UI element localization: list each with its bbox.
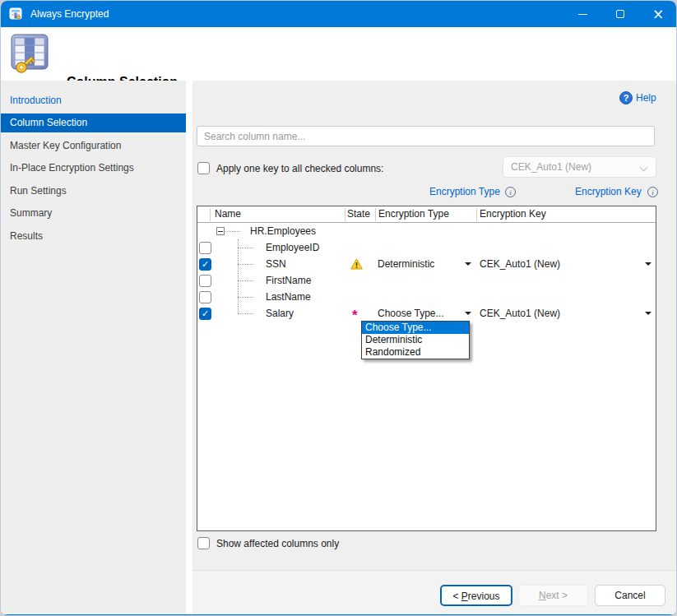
encryption-type-info-icon[interactable]: i — [505, 187, 516, 197]
row-name-employeeid: EmployeeID — [266, 239, 319, 256]
columns-table: Name State Encryption Type Encryption Ke… — [197, 206, 656, 531]
next-label: Next > — [539, 590, 568, 601]
table-header-row: Name State Encryption Type Encryption Ke… — [197, 206, 656, 223]
previous-button[interactable]: < Previous — [440, 585, 512, 606]
maximize-button[interactable] — [601, 1, 639, 27]
row-checkbox-lastname[interactable] — [199, 291, 211, 303]
row-checkbox-salary[interactable] — [199, 308, 211, 320]
dropdown-option-choose-type[interactable]: Choose Type... — [362, 322, 469, 334]
warning-icon — [350, 258, 363, 270]
window-title: Always Encrypted — [30, 1, 109, 27]
cek-combo-value: CEK_Auto1 (New) — [511, 161, 591, 173]
tree-line — [238, 280, 253, 281]
encryption-type-cell-salary: Choose Type... — [378, 305, 444, 322]
encryption-type-cell-ssn: Deterministic — [378, 256, 434, 272]
encryption-key-link[interactable]: Encryption Key — [575, 186, 642, 197]
always-encrypted-wizard-window: Always Encrypted × — [0, 0, 677, 616]
encryption-type-dropdown-button-salary[interactable] — [461, 306, 475, 321]
tree-line — [225, 231, 239, 232]
column-separator — [476, 208, 477, 221]
header-name: Name — [215, 206, 241, 222]
header-encryption-type: Encryption Type — [378, 206, 449, 222]
encryption-key-cell-ssn: CEK_Auto1 (New) — [480, 256, 560, 272]
sidebar-item-introduction[interactable]: Introduction — [1, 91, 186, 110]
titlebar: Always Encrypted × — [1, 1, 677, 27]
row-checkbox-employeeid[interactable] — [199, 242, 211, 254]
dropdown-option-randomized[interactable]: Randomized — [362, 346, 469, 359]
maximize-icon — [616, 10, 624, 18]
encryption-type-dropdown-list: Choose Type... Deterministic Randomized — [361, 321, 470, 359]
column-separator — [345, 208, 345, 221]
encryption-key-info-icon[interactable]: i — [647, 187, 658, 197]
row-name-firstname: FirstName — [266, 272, 311, 289]
app-icon — [9, 7, 22, 21]
tree-line — [238, 239, 239, 313]
sidebar-item-results[interactable]: Results — [1, 227, 186, 246]
sidebar-item-summary[interactable]: Summary — [1, 204, 186, 223]
row-name-ssn: SSN — [266, 256, 286, 272]
tree-collapse-toggle[interactable] — [216, 227, 225, 235]
sidebar-item-in-place-encryption-settings[interactable]: In-Place Encryption Settings — [1, 159, 186, 178]
help-label: Help — [636, 92, 656, 104]
next-button[interactable]: Next > — [518, 585, 588, 606]
encryption-type-dropdown-button-ssn[interactable] — [461, 257, 475, 271]
column-key-icon — [11, 34, 52, 75]
sidebar-item-column-selection[interactable]: Column Selection — [1, 113, 186, 132]
encryption-key-dropdown-button-ssn[interactable] — [642, 257, 655, 271]
close-icon: × — [652, 7, 664, 21]
minimize-icon — [578, 14, 587, 15]
header-encryption-key: Encryption Key — [480, 206, 546, 222]
help-link[interactable]: ? Help — [619, 91, 656, 104]
cek-combo[interactable]: CEK_Auto1 (New) — [503, 156, 656, 178]
apply-one-key-checkbox[interactable] — [197, 162, 210, 174]
dropdown-option-deterministic[interactable]: Deterministic — [362, 334, 469, 346]
cancel-label: Cancel — [614, 590, 645, 601]
required-icon: * — [352, 308, 358, 322]
chevron-down-icon — [640, 164, 648, 172]
encryption-type-link[interactable]: Encryption Type — [429, 186, 500, 197]
sidebar-item-run-settings[interactable]: Run Settings — [1, 182, 186, 201]
row-name-lastname: LastName — [266, 289, 311, 305]
wizard-header: Column Selection — [1, 27, 677, 81]
show-affected-label: Show affected columns only — [216, 538, 339, 549]
row-checkbox-ssn[interactable] — [199, 258, 211, 271]
apply-one-key-label: Apply one key to all checked columns: — [216, 163, 383, 174]
header-state: State — [347, 206, 370, 222]
encryption-key-dropdown-button-salary[interactable] — [642, 306, 655, 321]
column-separator — [210, 208, 211, 221]
show-affected-checkbox[interactable] — [197, 537, 210, 549]
cancel-button[interactable]: Cancel — [595, 585, 665, 606]
close-button[interactable]: × — [639, 1, 677, 27]
tree-line — [238, 313, 253, 314]
minimize-button[interactable] — [563, 1, 601, 27]
row-checkbox-firstname[interactable] — [199, 275, 211, 287]
encryption-key-cell-salary: CEK_Auto1 (New) — [480, 305, 560, 322]
sidebar-item-master-key-configuration[interactable]: Master Key Configuration — [1, 137, 186, 155]
table-group-name: HR.Employees — [250, 223, 316, 239]
search-input[interactable] — [197, 126, 655, 146]
tree-line — [238, 297, 253, 298]
row-name-salary: Salary — [266, 305, 294, 322]
tree-line — [238, 248, 253, 248]
tree-line — [238, 264, 253, 265]
previous-label: < Previous — [452, 591, 499, 602]
column-separator — [375, 208, 376, 221]
help-icon: ? — [619, 91, 633, 104]
